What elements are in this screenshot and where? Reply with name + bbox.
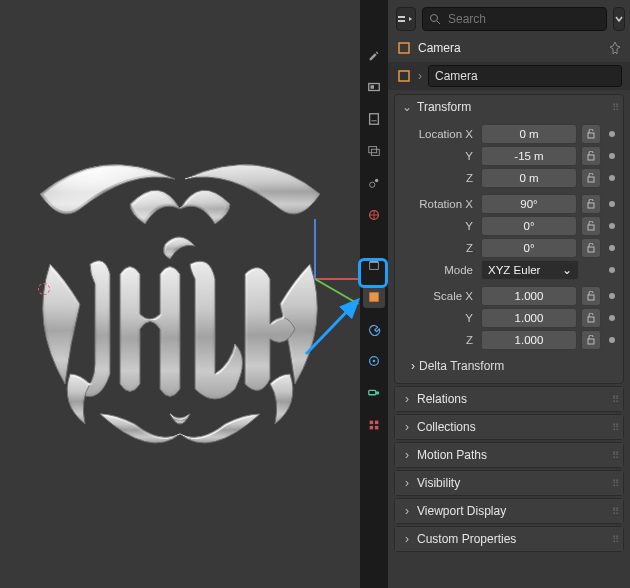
- field-rotation-y[interactable]: 0°: [481, 216, 577, 236]
- subsection-delta-transform[interactable]: › Delta Transform: [401, 355, 617, 377]
- lock-location-x[interactable]: [581, 124, 601, 144]
- drag-handle-icon[interactable]: ⠿: [612, 394, 617, 405]
- keyframe-dot[interactable]: [609, 337, 615, 343]
- chevron-right-icon: ›: [418, 69, 422, 83]
- field-rotation-mode[interactable]: XYZ Euler ⌄: [481, 260, 579, 280]
- svg-rect-21: [398, 20, 405, 22]
- pin-icon[interactable]: [608, 41, 622, 55]
- section-header-transform[interactable]: ⌄ Transform ⠿: [395, 95, 623, 119]
- constraints-tab[interactable]: [363, 382, 385, 404]
- keyframe-dot[interactable]: [609, 223, 615, 229]
- render-tab[interactable]: [363, 76, 385, 98]
- svg-rect-29: [588, 203, 594, 208]
- section-header-viewport-display[interactable]: › Viewport Display ⠿: [395, 499, 623, 523]
- label-rotation-x: Rotation X: [401, 198, 477, 210]
- field-rotation-z[interactable]: 0°: [481, 238, 577, 258]
- chevron-down-icon: ⌄: [401, 100, 413, 114]
- svg-rect-11: [370, 293, 379, 302]
- modifiers-tab[interactable]: [363, 318, 385, 340]
- svg-rect-18: [370, 426, 374, 430]
- section-header-relations[interactable]: › Relations ⠿: [395, 387, 623, 411]
- drag-handle-icon[interactable]: ⠿: [612, 422, 617, 433]
- object-breadcrumb: Camera: [388, 34, 630, 62]
- collection-tab[interactable]: [363, 254, 385, 276]
- lock-location-z[interactable]: [581, 168, 601, 188]
- output-tab[interactable]: [363, 108, 385, 130]
- viewlayer-tab[interactable]: [363, 140, 385, 162]
- lock-scale-y[interactable]: [581, 308, 601, 328]
- svg-rect-3: [370, 114, 379, 125]
- lock-rotation-y[interactable]: [581, 216, 601, 236]
- object-icon: [396, 40, 412, 56]
- search-field[interactable]: [422, 7, 607, 31]
- chevron-right-icon: ›: [401, 448, 413, 462]
- drag-handle-icon[interactable]: ⠿: [612, 478, 617, 489]
- properties-panel: Camera › Camera ⌄ Transform ⠿ Location X…: [388, 0, 630, 588]
- breadcrumb-label: Camera: [418, 41, 602, 55]
- keyframe-dot[interactable]: [609, 153, 615, 159]
- field-scale-y[interactable]: 1.000: [481, 308, 577, 328]
- panel-collapse-button[interactable]: [613, 7, 625, 31]
- object-name-field[interactable]: Camera: [428, 65, 622, 87]
- section-transform: ⌄ Transform ⠿ Location X 0 m Y -15 m: [394, 94, 624, 384]
- keyframe-dot[interactable]: [609, 245, 615, 251]
- section-title: Transform: [417, 100, 471, 114]
- svg-rect-10: [370, 261, 379, 263]
- label-mode: Mode: [401, 264, 477, 276]
- svg-rect-19: [375, 426, 379, 430]
- field-scale-z[interactable]: 1.000: [481, 330, 577, 350]
- label-rotation-z: Z: [401, 242, 477, 254]
- drag-handle-icon[interactable]: ⠿: [612, 506, 617, 517]
- label-location-y: Y: [401, 150, 477, 162]
- keyframe-dot[interactable]: [609, 131, 615, 137]
- mode-value: XYZ Euler: [488, 261, 540, 279]
- section-header-motion-paths[interactable]: › Motion Paths ⠿: [395, 443, 623, 467]
- keyframe-dot[interactable]: [609, 315, 615, 321]
- subsection-title: Delta Transform: [419, 359, 504, 373]
- world-tab[interactable]: [363, 204, 385, 226]
- drag-handle-icon[interactable]: ⠿: [612, 534, 617, 545]
- field-rotation-x[interactable]: 90°: [481, 194, 577, 214]
- physics-tab[interactable]: [363, 350, 385, 372]
- drag-handle-icon[interactable]: ⠿: [612, 450, 617, 461]
- drag-handle-icon[interactable]: ⠿: [612, 102, 617, 113]
- keyframe-dot[interactable]: [609, 267, 615, 273]
- svg-point-22: [431, 15, 438, 22]
- keyframe-dot[interactable]: [609, 175, 615, 181]
- svg-point-6: [370, 182, 375, 187]
- section-header-visibility[interactable]: › Visibility ⠿: [395, 471, 623, 495]
- section-viewport-display: › Viewport Display ⠿: [394, 498, 624, 524]
- cyber-logo-art: [10, 114, 350, 474]
- svg-rect-26: [588, 133, 594, 138]
- data-tab[interactable]: [363, 414, 385, 436]
- section-header-custom-properties[interactable]: › Custom Properties ⠿: [395, 527, 623, 551]
- lock-scale-z[interactable]: [581, 330, 601, 350]
- panel-options-button[interactable]: [396, 7, 416, 31]
- field-location-x[interactable]: 0 m: [481, 124, 577, 144]
- tool-tab[interactable]: [363, 44, 385, 66]
- search-input[interactable]: [446, 11, 600, 27]
- section-title: Custom Properties: [417, 532, 516, 546]
- field-scale-x[interactable]: 1.000: [481, 286, 577, 306]
- section-header-collections[interactable]: › Collections ⠿: [395, 415, 623, 439]
- label-scale-z: Z: [401, 334, 477, 346]
- chevron-right-icon: ›: [401, 532, 413, 546]
- scene-tab[interactable]: [363, 172, 385, 194]
- lock-rotation-z[interactable]: [581, 238, 601, 258]
- field-location-y[interactable]: -15 m: [481, 146, 577, 166]
- label-location-x: Location X: [401, 128, 477, 140]
- svg-rect-2: [371, 85, 375, 89]
- svg-rect-9: [370, 262, 379, 269]
- 3d-viewport[interactable]: [0, 0, 360, 588]
- label-scale-x: Scale X: [401, 290, 477, 302]
- object-properties-tab[interactable]: [363, 286, 385, 308]
- lock-scale-x[interactable]: [581, 286, 601, 306]
- keyframe-dot[interactable]: [609, 293, 615, 299]
- keyframe-dot[interactable]: [609, 201, 615, 207]
- svg-rect-31: [588, 247, 594, 252]
- svg-point-7: [375, 179, 379, 183]
- lock-rotation-x[interactable]: [581, 194, 601, 214]
- svg-rect-27: [588, 155, 594, 160]
- lock-location-y[interactable]: [581, 146, 601, 166]
- field-location-z[interactable]: 0 m: [481, 168, 577, 188]
